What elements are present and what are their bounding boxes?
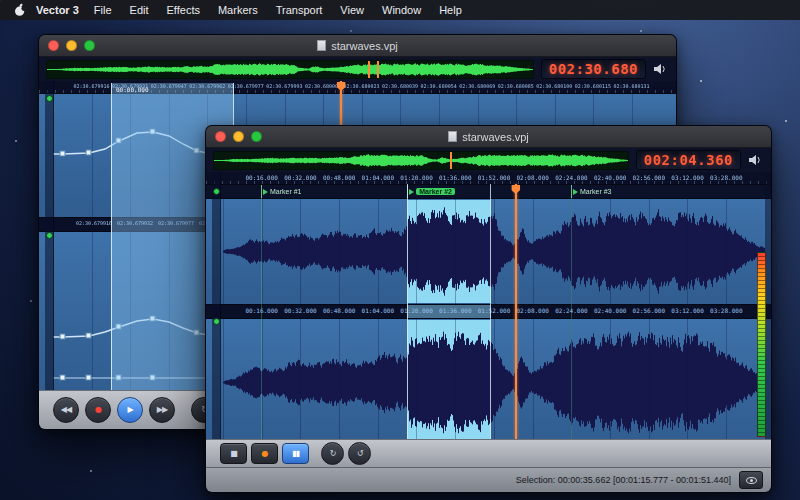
mid-time-ruler[interactable]: 00:16.00000:32.00000:48.00001:04.00001:2… xyxy=(206,304,771,319)
channel-lane-bottom[interactable] xyxy=(206,319,771,439)
app-menu[interactable]: Vector 3 xyxy=(36,4,85,16)
overview-row: 002:30.680 xyxy=(39,57,676,81)
skip-forward-icon: ▶▶ xyxy=(157,406,167,414)
loop-icon: ↻ xyxy=(330,450,336,458)
ruler-tick: 00:16.000 xyxy=(245,307,278,314)
zoom-button[interactable] xyxy=(251,131,262,142)
channel-lane-top[interactable] xyxy=(206,199,771,304)
transport-bar: ■●▮▮↻↺ xyxy=(206,439,771,467)
marker-pole xyxy=(571,185,572,198)
marker-pole xyxy=(407,185,408,198)
stop-icon: ■ xyxy=(230,450,237,458)
ruler-ticks: 00:16.00000:32.00000:48.00001:04.00001:2… xyxy=(223,172,765,184)
waveform-overview[interactable] xyxy=(46,60,534,79)
zoom-button[interactable] xyxy=(84,40,95,51)
record-icon: ● xyxy=(262,450,268,458)
stop-button[interactable]: ■ xyxy=(220,443,247,464)
pause-icon: ▮▮ xyxy=(292,450,299,458)
menu-item[interactable]: Window xyxy=(373,4,430,16)
ruler-tick: 00:48.000 xyxy=(323,307,356,314)
menu-item[interactable]: Transport xyxy=(267,4,332,16)
menu-item[interactable]: Edit xyxy=(121,4,158,16)
cycle-button[interactable]: ↺ xyxy=(348,442,371,465)
level-meter xyxy=(757,252,766,437)
ruler-tick: 01:20.000 xyxy=(400,307,433,314)
ruler-tick: 01:52.000 xyxy=(478,307,511,314)
record-button[interactable]: ● xyxy=(85,397,111,423)
skip-back-button[interactable]: ◀◀ xyxy=(53,397,79,423)
menu-item[interactable]: Help xyxy=(430,4,471,16)
close-button[interactable] xyxy=(48,40,59,51)
pause-button[interactable]: ▮▮ xyxy=(282,443,309,464)
editor-body: 00:16.00000:32.00000:48.00001:04.00001:2… xyxy=(206,172,771,439)
lane-handle-dot[interactable] xyxy=(46,95,53,102)
ruler-tick: 02:30.680131 xyxy=(613,83,649,89)
overview-waveform-canvas xyxy=(214,152,628,169)
lane-handle-dot[interactable] xyxy=(213,188,220,195)
traffic-lights xyxy=(39,40,95,51)
ruler-tick: 01:52.000 xyxy=(478,174,511,181)
ruler-tick: 03:28.000 xyxy=(710,174,743,181)
skip-back-icon: ◀◀ xyxy=(61,406,71,414)
title-bar[interactable]: starwaves.vpj xyxy=(206,126,771,148)
marker[interactable]: Marker #2 xyxy=(407,185,455,198)
ruler-tick: 01:36.000 xyxy=(439,174,472,181)
speaker-icon[interactable] xyxy=(653,63,669,75)
ruler-tick: 02:08.000 xyxy=(516,307,549,314)
menu-item[interactable]: View xyxy=(331,4,373,16)
apple-menu[interactable] xyxy=(0,3,36,17)
marker[interactable]: Marker #3 xyxy=(571,185,612,198)
ruler-tick: 00:32.000 xyxy=(284,307,317,314)
marker-flag-icon xyxy=(409,189,414,195)
waveform-canvas-top xyxy=(223,200,765,303)
marker-label: Marker #1 xyxy=(270,188,302,195)
ruler-tick: 02:30.680085 xyxy=(498,83,534,89)
traffic-lights xyxy=(206,131,262,142)
ruler-tick: 02:30.680008 xyxy=(305,83,341,89)
eye-icon xyxy=(746,477,757,484)
window-title-wrap: starwaves.vpj xyxy=(39,40,676,52)
close-button[interactable] xyxy=(215,131,226,142)
lane-scroll-strip[interactable] xyxy=(212,172,221,439)
marker[interactable]: Marker #1 xyxy=(261,185,302,198)
lane-handle-dot[interactable] xyxy=(213,318,220,325)
overview-cursor[interactable] xyxy=(450,152,452,169)
selection-start-label: 00:00.000 xyxy=(116,86,149,93)
minimize-button[interactable] xyxy=(66,40,77,51)
title-bar[interactable]: starwaves.vpj xyxy=(39,35,676,57)
selection-status-text: Selection: 00:00:35.662 [00:01:15.777 - … xyxy=(516,475,731,485)
document-icon xyxy=(448,131,457,142)
marker-row[interactable]: Marker #1Marker #2Marker #3 xyxy=(206,185,771,199)
lane-handle-dot[interactable] xyxy=(46,232,53,239)
menu-item[interactable]: Markers xyxy=(209,4,267,16)
timecode-display: 002:04.360 xyxy=(636,150,741,170)
menu-item[interactable]: File xyxy=(85,4,121,16)
skip-forward-button[interactable]: ▶▶ xyxy=(149,397,175,423)
ruler-tick: 02:30.679993 xyxy=(266,83,302,89)
play-button[interactable]: ▶ xyxy=(117,397,143,423)
minimize-button[interactable] xyxy=(233,131,244,142)
overview-cursor[interactable] xyxy=(368,61,379,78)
menu-item[interactable]: Effects xyxy=(158,4,209,16)
ruler-tick: 02:40.000 xyxy=(594,174,627,181)
record-button[interactable]: ● xyxy=(251,443,278,464)
marker-flag-icon xyxy=(573,189,578,195)
window-title: starwaves.vpj xyxy=(331,40,398,52)
record-icon: ● xyxy=(95,406,101,414)
ruler-tick: 03:12.000 xyxy=(671,307,704,314)
ruler-tick: 02:30.680054 xyxy=(421,83,457,89)
ruler-tick: 02:30.679916 xyxy=(76,220,112,226)
time-ruler[interactable]: 00:16.00000:32.00000:48.00001:04.00001:2… xyxy=(206,172,771,185)
marker-flag-icon xyxy=(263,189,268,195)
menu-bar: Vector 3 FileEditEffectsMarkersTransport… xyxy=(0,0,800,20)
waveform-overview[interactable] xyxy=(213,151,629,170)
ruler-tick: 02:40.000 xyxy=(594,307,627,314)
play-icon: ▶ xyxy=(127,406,132,414)
speaker-icon[interactable] xyxy=(748,154,764,166)
menu-items: FileEditEffectsMarkersTransportViewWindo… xyxy=(85,4,471,16)
ruler-tick: 03:12.000 xyxy=(671,174,704,181)
overview-row: 002:04.360 xyxy=(206,148,771,172)
visibility-button[interactable] xyxy=(739,471,763,489)
status-bar: Selection: 00:00:35.662 [00:01:15.777 - … xyxy=(206,467,771,492)
loop-button[interactable]: ↻ xyxy=(321,442,344,465)
